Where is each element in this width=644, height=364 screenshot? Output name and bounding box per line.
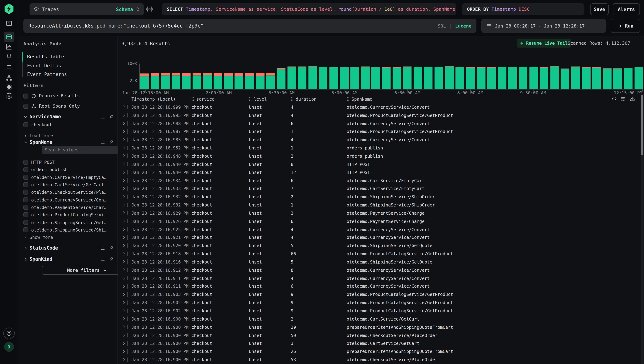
chart-bar[interactable] [414,67,422,89]
row-expand-icon[interactable] [122,309,125,312]
filter-value-row[interactable]: oteldemo.CartService/GetCart [24,181,115,188]
row-expand-icon[interactable] [122,244,125,247]
table-row[interactable]: Jan 28 12:28:16.929 PMcheckoutUnset3otel… [118,209,640,217]
row-expand-icon[interactable] [122,358,125,361]
chart-bar[interactable] [371,67,380,89]
chart-bar[interactable] [224,73,233,89]
run-button[interactable]: Run [611,19,640,33]
settings-icon[interactable] [6,92,12,99]
table-row[interactable]: Jan 28 12:28:16.900 PMcheckoutUnset50ote… [118,331,640,339]
row-expand-icon[interactable] [122,342,125,345]
query-settings-gear-icon[interactable] [146,6,153,12]
row-expand-icon[interactable] [122,179,125,182]
table-row[interactable]: Jan 28 12:28:16.925 PMcheckoutUnset4otel… [118,225,640,234]
chart-bar[interactable] [203,72,212,89]
filter-value-row[interactable]: oteldemo.CartService/EmptyCa… [24,174,115,181]
chart-bar[interactable] [529,67,538,89]
sql-select-editor[interactable]: SELECT Timestamp, ServiceName as service… [162,3,456,15]
chart-bar[interactable] [140,74,149,89]
row-expand-icon[interactable] [122,130,125,133]
chart-bar[interactable] [477,67,485,89]
help-icon[interactable] [3,328,15,339]
denoise-checkbox[interactable] [24,93,29,98]
group-servicename-header[interactable]: ServiceName [24,114,114,120]
row-expand-icon[interactable] [122,212,125,214]
chart-bar[interactable] [256,73,264,89]
client-sessions-icon[interactable] [6,64,12,70]
table-row[interactable]: Jan 28 12:28:16.900 PMcheckoutUnset2otel… [118,315,640,323]
view-code-icon[interactable] [612,96,617,101]
col-service[interactable]: service [191,96,249,102]
chart-bar[interactable] [456,67,464,89]
filter-value-checkbox[interactable] [24,212,29,217]
table-row[interactable]: Jan 28 12:28:16.952 PMcheckoutUnset1orde… [118,144,640,152]
row-expand-icon[interactable] [122,138,125,141]
chart-bar[interactable] [634,67,643,89]
table-row[interactable]: Jan 28 12:28:16.999 PMcheckoutUnset4otel… [118,103,640,111]
chart-bar[interactable] [392,67,401,89]
row-expand-icon[interactable] [122,146,125,149]
chart-bar[interactable] [592,68,601,89]
table-row[interactable]: Jan 28 12:28:16.900 PMcheckoutUnset29pre… [118,323,640,331]
chart-bar[interactable] [277,68,285,89]
chart-bar[interactable] [287,66,296,89]
alerts-bell-icon[interactable] [6,53,12,60]
table-row[interactable]: Jan 28 12:28:16.933 PMcheckoutUnset7otel… [118,184,640,193]
denoise-results-toggle[interactable]: Denoise Results [24,93,80,98]
table-row[interactable]: Jan 28 12:28:16.902 PMcheckoutUnset9otel… [118,298,640,307]
table-row[interactable]: Jan 28 12:28:16.911 PMcheckoutUnset4otel… [118,274,640,282]
chart-bar[interactable] [319,67,327,89]
chart-bar[interactable] [382,68,390,89]
chart-bar[interactable] [245,73,254,89]
row-expand-icon[interactable] [122,228,125,231]
chart-toggle-icon[interactable] [100,256,105,262]
chart-explorer-icon[interactable] [6,44,12,50]
row-expand-icon[interactable] [122,236,125,239]
table-row[interactable]: Jan 28 12:28:16.911 PMcheckoutUnset6otel… [118,282,640,290]
row-expand-icon[interactable] [122,334,125,337]
chart-bar[interactable] [445,66,454,89]
col-level[interactable]: level [249,96,291,102]
chart-bar[interactable] [151,73,159,89]
chart-bar[interactable] [550,66,559,89]
chart-bar[interactable] [350,67,359,89]
table-row[interactable]: Jan 28 12:28:16.983 PMcheckoutUnset4otel… [118,136,640,144]
lang-toggle-lucene[interactable]: Lucene [455,23,471,28]
table-row[interactable]: Jan 28 12:28:16.920 PMcheckoutUnset5otel… [118,242,640,250]
table-row[interactable]: Jan 28 12:28:16.948 PMcheckoutUnset2orde… [118,152,640,160]
row-expand-icon[interactable] [122,301,125,304]
filter-value-checkbox[interactable] [24,205,29,210]
table-row[interactable]: Jan 28 12:28:16.903 PMcheckoutUnset9otel… [118,290,640,298]
chart-bar[interactable] [340,67,348,89]
filter-value-row[interactable]: oteldemo.ProductCatalogServi… [24,211,115,218]
sql-orderby-editor[interactable]: ORDER BY Timestamp DESC [462,3,584,15]
col-spanname[interactable]: SpanName [347,96,644,102]
table-row[interactable]: Jan 28 12:28:16.932 PMcheckoutUnset2otel… [118,192,640,201]
table-row[interactable]: Jan 28 12:28:16.921 PMcheckoutUnset4otel… [118,233,640,242]
filter-value-row[interactable]: HTTP POST [24,158,115,166]
pin-icon[interactable] [108,256,115,262]
table-row[interactable]: Jan 28 12:28:16.918 PMcheckoutUnset66ote… [118,250,640,258]
filter-value-row[interactable]: oteldemo.CheckoutService/Pla… [24,188,115,196]
chart-bar[interactable] [519,67,527,89]
mode-event-deltas[interactable]: Event Deltas [27,63,61,68]
mode-event-patterns[interactable]: Event Patterns [27,71,67,77]
service-map-icon[interactable] [6,75,12,81]
filter-value-row[interactable]: orders publish [24,166,115,174]
filter-value-checkbox[interactable] [24,122,29,128]
table-row[interactable]: Jan 28 12:28:16.900 PMcheckoutUnset53ote… [118,356,640,364]
table-row[interactable]: Jan 28 12:28:16.926 PMcheckoutUnset6otel… [118,217,640,225]
row-expand-icon[interactable] [122,326,125,328]
row-expand-icon[interactable] [122,122,125,125]
scrollbar-thumb[interactable] [641,95,643,155]
row-expand-icon[interactable] [122,171,125,174]
table-row[interactable]: Jan 28 12:28:16.902 PMcheckoutUnset9otel… [118,306,640,315]
table-row[interactable]: Jan 28 12:28:16.995 PMcheckoutUnset4otel… [118,111,640,120]
row-expand-icon[interactable] [122,195,125,198]
table-row[interactable]: Jan 28 12:28:16.900 PMcheckoutUnset26pre… [118,347,640,356]
chart-bar[interactable] [193,72,201,89]
chart-bar[interactable] [487,67,496,89]
row-expand-icon[interactable] [122,260,125,263]
chart-bar[interactable] [571,66,580,89]
table-row[interactable]: Jan 28 12:28:16.916 PMcheckoutUnset5otel… [118,258,640,266]
